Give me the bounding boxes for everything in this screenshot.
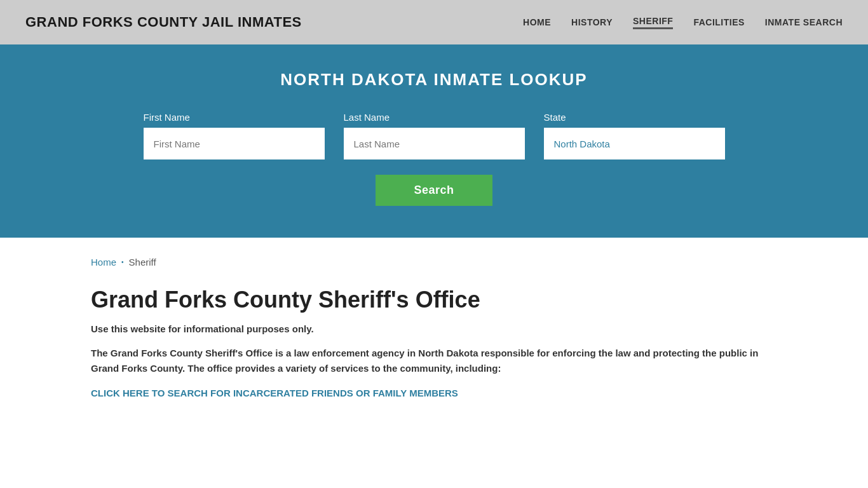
last-name-input[interactable] bbox=[344, 128, 525, 159]
state-label: State bbox=[544, 112, 725, 123]
breadcrumb-separator: • bbox=[121, 259, 124, 266]
last-name-label: Last Name bbox=[344, 112, 525, 123]
breadcrumb-current: Sheriff bbox=[129, 257, 156, 268]
site-title: GRAND FORKS COUNTY JAIL INMATES bbox=[25, 14, 302, 30]
content-description: The Grand Forks County Sheriff's Office … bbox=[91, 346, 777, 376]
main-content: Grand Forks County Sheriff's Office Use … bbox=[0, 274, 868, 424]
last-name-group: Last Name bbox=[344, 112, 525, 159]
nav-facilities[interactable]: FACILITIES bbox=[693, 17, 744, 27]
lookup-title: NORTH DAKOTA INMATE LOOKUP bbox=[83, 70, 785, 90]
state-group: State bbox=[544, 112, 725, 159]
first-name-input[interactable] bbox=[144, 128, 325, 159]
breadcrumb: Home • Sheriff bbox=[0, 238, 868, 274]
form-fields-row: First Name Last Name State bbox=[83, 112, 785, 159]
state-input[interactable] bbox=[544, 128, 725, 159]
inmate-search-link[interactable]: CLICK HERE to Search for Incarcerated Fr… bbox=[91, 388, 458, 398]
site-header: GRAND FORKS COUNTY JAIL INMATES HOME HIS… bbox=[0, 0, 868, 44]
inmate-lookup-section: NORTH DAKOTA INMATE LOOKUP First Name La… bbox=[0, 44, 868, 238]
search-button[interactable]: Search bbox=[376, 175, 492, 206]
content-subtitle: Use this website for informational purpo… bbox=[91, 323, 777, 334]
nav-inmate-search[interactable]: INMATE SEARCH bbox=[765, 17, 843, 27]
main-nav: HOME HISTORY SHERIFF FACILITIES INMATE S… bbox=[523, 16, 843, 29]
nav-history[interactable]: HISTORY bbox=[571, 17, 613, 27]
first-name-group: First Name bbox=[144, 112, 325, 159]
search-form: First Name Last Name State Search bbox=[83, 112, 785, 206]
page-title: Grand Forks County Sheriff's Office bbox=[91, 287, 777, 313]
nav-home[interactable]: HOME bbox=[523, 17, 551, 27]
nav-sheriff[interactable]: SHERIFF bbox=[633, 16, 673, 29]
breadcrumb-home-link[interactable]: Home bbox=[91, 257, 116, 268]
first-name-label: First Name bbox=[144, 112, 325, 123]
